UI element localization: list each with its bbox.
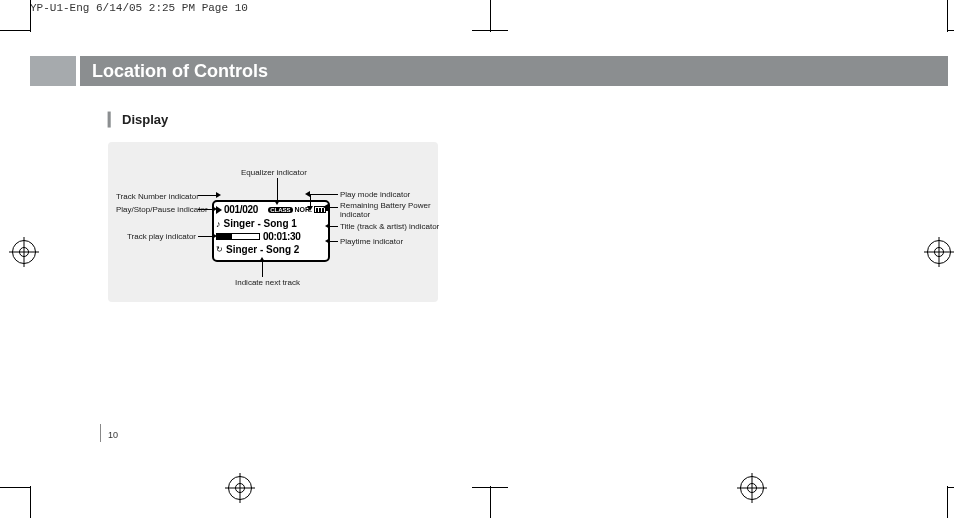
section-label: ▎Display — [108, 112, 168, 127]
registration-mark — [12, 240, 36, 264]
callout-track-play: Track play indicator — [116, 232, 196, 241]
track-number: 001/020 — [224, 204, 258, 215]
title-bar: Location of Controls — [30, 56, 948, 86]
music-note-icon: ♪ — [216, 219, 221, 229]
eq-badge: CLASS — [268, 207, 292, 213]
page-number: 10 — [108, 430, 118, 440]
callout-play-mode: Play mode indicator — [340, 190, 410, 199]
callout-indicate-next: Indicate next track — [235, 278, 300, 287]
print-header: YP-U1-Eng 6/14/05 2:25 PM Page 10 — [30, 2, 248, 14]
callout-battery: Remaining Battery Power indicator — [340, 202, 440, 220]
callout-play-stop-pause: Play/Stop/Pause indicator — [116, 205, 196, 214]
progress-bar — [216, 233, 260, 240]
callout-playtime: Playtime indicator — [340, 237, 403, 246]
callout-equalizer: Equalizer indicator — [241, 168, 307, 177]
registration-mark — [740, 476, 764, 500]
track-title: Singer - Song 1 — [224, 218, 297, 229]
page-title: Location of Controls — [80, 61, 268, 82]
next-track-title: Singer - Song 2 — [226, 244, 299, 255]
next-track-icon: ↻ — [216, 245, 223, 254]
callout-track-number: Track Number indicator — [116, 192, 196, 201]
registration-mark — [927, 240, 951, 264]
callout-title-artist: Title (track & artist) indicator — [340, 222, 439, 231]
registration-mark — [228, 476, 252, 500]
playtime: 00:01:30 — [263, 231, 301, 242]
